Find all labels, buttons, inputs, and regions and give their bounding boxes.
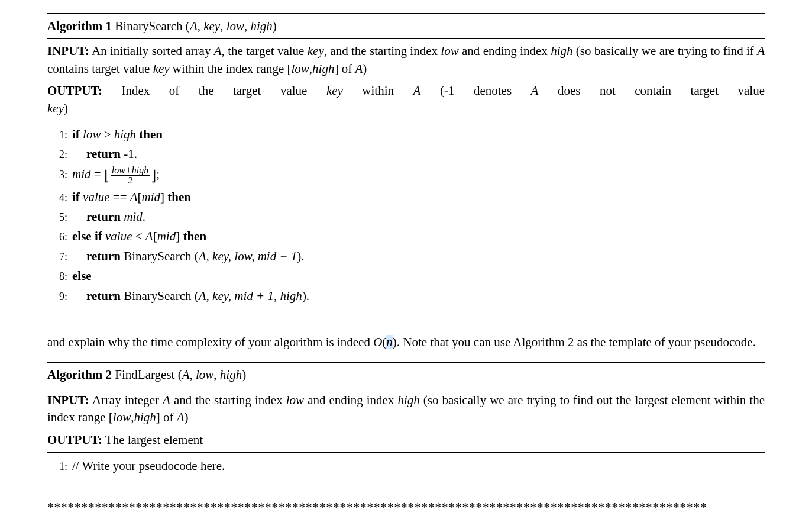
separator-stars: ****************************************… xyxy=(47,499,765,516)
rule xyxy=(47,38,765,39)
algorithm-1-input: INPUT: An initially sorted array A, the … xyxy=(47,40,765,80)
algorithm-2-output: OUTPUT: The largest element xyxy=(47,429,765,451)
algo2-param-A: A xyxy=(182,368,190,382)
highlighted-n: n xyxy=(386,335,393,349)
step-2: 2: return -1. xyxy=(47,144,765,164)
input-label: INPUT: xyxy=(47,44,89,58)
algo2-param-low: low xyxy=(196,368,213,382)
output-label: OUTPUT: xyxy=(47,433,102,447)
algorithm-1-header: Algorithm 1 BinarySearch (A, key, low, h… xyxy=(47,15,765,37)
rule xyxy=(47,311,765,311)
floor-left-icon: ⌊ xyxy=(104,168,109,183)
step-6: 6: else if value < A[mid] then xyxy=(47,227,765,246)
step-4: 4: if value == A[mid] then xyxy=(47,188,765,207)
step-9: 9: return BinarySearch (A, key, mid + 1,… xyxy=(47,286,765,306)
algo2-param-high: high xyxy=(220,368,242,382)
step-1: 1: if low > high then xyxy=(47,125,765,144)
algo1-param-high: high xyxy=(251,19,273,33)
input-label: INPUT: xyxy=(47,393,89,407)
body-paragraph: and explain why the time complexity of y… xyxy=(47,334,765,351)
step-5: 5: return mid. xyxy=(47,207,765,227)
algo1-param-low: low xyxy=(227,19,244,33)
algo1-param-A: A xyxy=(190,19,198,33)
rule xyxy=(47,121,765,121)
algo1-param-key: key xyxy=(203,19,220,33)
step-3: 3: mid = ⌊low+high2⌋; xyxy=(47,165,765,188)
fraction: low+high2 xyxy=(111,166,150,185)
rule xyxy=(47,388,765,388)
rule xyxy=(47,13,765,14)
step-8: 8: else xyxy=(47,266,765,286)
step-1: 1: // Write your pseudocode here. xyxy=(47,456,765,476)
floor-right-icon: ⌋ xyxy=(151,168,156,183)
output-label: OUTPUT: xyxy=(47,83,102,98)
algorithm-2-input: INPUT: Array integer A and the starting … xyxy=(47,389,765,429)
rule xyxy=(47,481,765,481)
algorithm-1-steps: 1: if low > high then 2: return -1. 3: m… xyxy=(47,123,765,310)
rule xyxy=(47,452,765,453)
algorithm-2-box: Algorithm 2 FindLargest (A, low, high) I… xyxy=(47,362,765,481)
algorithm-1-output: OUTPUT: Index of the target value key wi… xyxy=(47,80,765,120)
algo1-label: Algorithm 1 xyxy=(47,19,112,33)
algorithm-1-box: Algorithm 1 BinarySearch (A, key, low, h… xyxy=(47,13,765,311)
rule xyxy=(47,362,765,363)
step-7: 7: return BinarySearch (A, key, low, mid… xyxy=(47,247,765,266)
algo2-label: Algorithm 2 xyxy=(47,368,112,382)
algorithm-2-header: Algorithm 2 FindLargest (A, low, high) xyxy=(47,364,765,386)
algorithm-2-steps: 1: // Write your pseudocode here. xyxy=(47,454,765,479)
algo1-name: BinarySearch ( xyxy=(115,19,190,33)
